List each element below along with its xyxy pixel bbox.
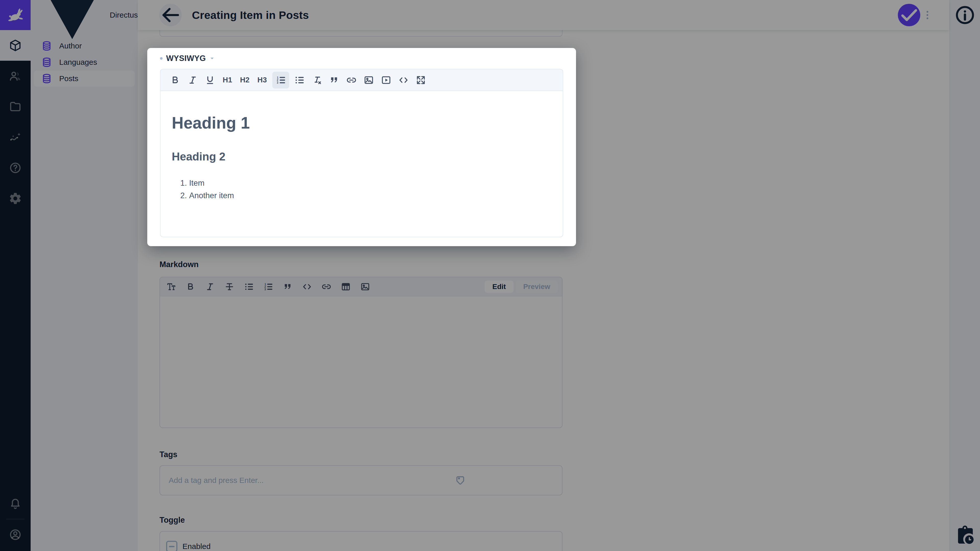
clear-format-button[interactable]	[310, 73, 324, 87]
bold-icon	[170, 75, 181, 86]
editor-heading1: Heading 1	[172, 114, 552, 132]
wysiwyg-toolbar: H1H2H3123	[160, 69, 563, 91]
caret-down-icon	[209, 55, 215, 62]
editor-heading2: Heading 2	[172, 150, 552, 163]
list-item: Another item	[189, 189, 552, 202]
app-window: Directus AuthorLanguagesPosts Creating I…	[0, 0, 980, 551]
link-button[interactable]	[344, 73, 359, 87]
fullscreen-button[interactable]	[414, 73, 428, 87]
edited-state-dot	[160, 57, 162, 60]
quote-icon	[329, 75, 339, 86]
clear-format-icon	[311, 75, 322, 86]
wysiwyg-editor-area[interactable]: Heading 1 Heading 2 ItemAnother item	[160, 91, 563, 237]
editor-ordered-list: ItemAnother item	[172, 177, 552, 202]
wysiwyg-field-card: WYSIWYG H1H2H3123 Heading 1 Heading 2 It…	[147, 48, 576, 246]
italic-icon	[187, 75, 198, 86]
image-icon	[363, 75, 374, 86]
h1-button[interactable]: H1	[220, 73, 234, 87]
video-button[interactable]	[379, 73, 393, 87]
italic-button[interactable]	[186, 73, 200, 87]
bullet-list-icon	[294, 75, 305, 86]
h3-button[interactable]: H3	[255, 73, 269, 87]
ordered-list-icon: 123	[275, 75, 286, 86]
bullet-list-button[interactable]	[292, 73, 307, 87]
link-icon	[346, 75, 357, 86]
video-icon	[381, 75, 391, 86]
code-icon	[398, 75, 409, 86]
chevron-down-icon[interactable]	[209, 55, 215, 62]
svg-text:3: 3	[277, 81, 278, 84]
blockquote-button[interactable]	[327, 73, 341, 87]
bold-button[interactable]	[168, 73, 183, 87]
code-button[interactable]	[396, 73, 410, 87]
underline-icon	[205, 75, 215, 86]
wysiwyg-label-row: WYSIWYG	[160, 48, 563, 63]
wysiwyg-field-label: WYSIWYG	[166, 54, 206, 63]
expand-icon	[415, 75, 426, 86]
ordered-list-button[interactable]: 123	[272, 72, 289, 89]
h2-button[interactable]: H2	[238, 73, 252, 87]
image-button[interactable]	[362, 73, 376, 87]
list-item: Item	[189, 177, 552, 189]
underline-button[interactable]	[203, 73, 217, 87]
